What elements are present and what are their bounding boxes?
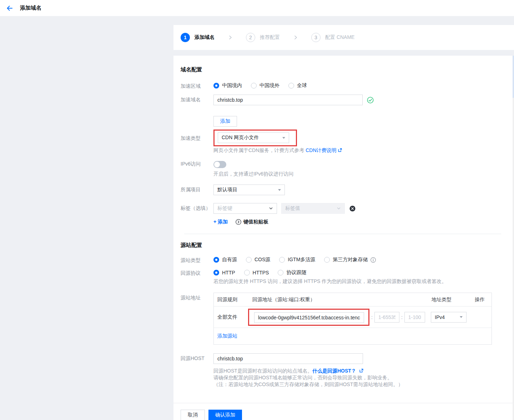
footer-divider [173, 403, 514, 403]
accel-type-label: 加速类型 [181, 130, 213, 142]
what-is-origin-host-link[interactable]: 什么是回源HOST？ [312, 368, 356, 374]
radio-third-party-storage[interactable]: 第三方对象存储 [324, 257, 368, 263]
radio-outside-china[interactable]: 中国境外 [251, 82, 279, 89]
section-title-domain-config: 域名配置 [181, 66, 505, 73]
accel-type-select[interactable]: CDN 网页小文件 [218, 132, 289, 143]
tag-actions: + 添加 键值粘贴板 [213, 219, 505, 225]
radio-icon [213, 83, 219, 88]
external-link-icon [338, 148, 342, 152]
section-divider [184, 234, 501, 234]
origin-host-label: 回源HOST [181, 353, 213, 362]
toggle-knob-icon [214, 162, 220, 167]
confirm-add-button[interactable]: 确认添加 [208, 410, 242, 420]
highlight-box-accel-type: CDN 网页小文件 [213, 130, 297, 146]
step-add-domain: 1 添加域名 [181, 33, 215, 42]
add-domain-button[interactable]: 添加 [213, 116, 237, 127]
origin-host-help-3: （注：若源站地址为COS或第三方存储对象存储，则回源HOST需与源站地址相同。） [213, 381, 505, 388]
colon-separator: : [401, 314, 403, 320]
radio-https[interactable]: HTTPS [244, 270, 269, 275]
step-number: 3 [311, 33, 321, 42]
radio-icon [246, 257, 252, 263]
column-header-action: 操作 [467, 297, 492, 303]
accel-domain-label: 加速域名 [181, 95, 213, 103]
column-header-addr-type: 地址类型 [424, 297, 467, 303]
column-header-address: 回源地址（源站:端口:权重） [248, 297, 424, 303]
add-origin-link[interactable]: 添加源站 [217, 333, 237, 339]
external-link-icon [359, 368, 364, 373]
accel-domain-input[interactable] [213, 95, 363, 105]
accel-region-radio-group: 中国境内 中国境外 全球 [213, 82, 316, 89]
chevron-down-icon [337, 206, 341, 211]
step-label: 推荐配置 [260, 34, 280, 41]
ipv6-help: 开启后，支持通过IPv6协议进行访问 [213, 171, 505, 177]
origin-host-help-2: 请确保您配置的回源HOST域名能够正常访问，否则会导致回源失败，影响业务。 [213, 374, 505, 381]
info-icon[interactable] [371, 257, 376, 263]
step-recommended-config: 2 推荐配置 [246, 33, 280, 42]
radio-cos-origin[interactable]: COS源 [246, 257, 270, 263]
cancel-button[interactable]: 取消 [181, 410, 205, 420]
step-number: 1 [181, 33, 190, 42]
port-input[interactable] [374, 312, 399, 323]
tag-value-select[interactable]: 标签值 [281, 203, 345, 214]
table-header-row: 回源规则 回源地址（源站:端口:权重） 地址类型 操作 [214, 293, 492, 307]
tag-key-select[interactable]: 标签键 [213, 203, 277, 214]
radio-icon [244, 270, 250, 275]
accel-region-label: 加速区域 [181, 82, 213, 90]
radio-icon [213, 257, 219, 263]
weight-input[interactable] [404, 312, 425, 323]
stepper: 1 添加域名 2 推荐配置 3 配置 CNAME [173, 25, 514, 50]
radio-self-origin[interactable]: 自有源 [213, 257, 237, 263]
chevron-down-icon [269, 206, 273, 211]
addr-type-select[interactable]: IPv4 [431, 312, 467, 323]
radio-icon [288, 83, 294, 88]
caret-down-icon [282, 137, 285, 139]
radio-igtm-origin[interactable]: IGTM多活源 [279, 257, 315, 263]
step-label: 添加域名 [195, 34, 215, 41]
origin-host-input[interactable] [213, 353, 363, 364]
add-domain-form: 域名配置 加速区域 中国境内 中国境外 全球 加速域名 [173, 56, 514, 420]
caret-down-icon [278, 189, 281, 191]
cdn-billing-link[interactable]: CDN计费说明 [306, 147, 336, 153]
radio-icon [279, 257, 285, 263]
step-label: 配置 CNAME [325, 34, 354, 41]
radio-icon [278, 270, 283, 275]
caret-down-icon [460, 316, 463, 318]
project-select[interactable]: 默认项目 [213, 184, 285, 195]
radio-global[interactable]: 全球 [288, 82, 307, 89]
section-title-origin-config: 源站配置 [181, 242, 505, 249]
scrollbar-track[interactable] [513, 56, 514, 420]
chevron-right-icon [293, 35, 298, 40]
remove-tag-button[interactable] [349, 206, 356, 212]
step-number: 2 [246, 33, 255, 42]
radio-http[interactable]: HTTP [213, 270, 235, 275]
colon-separator: : [371, 314, 373, 320]
origin-address-input[interactable] [254, 312, 364, 323]
chevron-right-circle-icon [236, 219, 241, 225]
origin-protocol-label: 回源协议 [181, 269, 213, 277]
success-check-icon [367, 97, 374, 103]
radio-china-mainland[interactable]: 中国境内 [213, 82, 242, 89]
rule-cell: 全部文件 [214, 314, 248, 320]
origin-protocol-help: 若您的源站支持 HTTPS 访问，建议选择 HTTPS 作为您的回源协议，避免您… [213, 278, 505, 285]
column-header-rule: 回源规则 [214, 297, 248, 303]
radio-icon [324, 257, 330, 263]
highlight-box-origin-address [248, 309, 369, 326]
radio-protocol-follow[interactable]: 协议跟随 [278, 269, 306, 276]
origin-protocol-radio-group: HTTP HTTPS 协议跟随 [213, 269, 315, 276]
add-tag-link[interactable]: + 添加 [213, 219, 228, 225]
ipv6-toggle[interactable] [213, 161, 226, 168]
scrollbar-thumb[interactable] [513, 56, 514, 98]
radio-icon [213, 270, 219, 275]
radio-icon [251, 83, 257, 88]
arrow-left-icon [6, 5, 13, 12]
origin-type-label: 源站类型 [181, 257, 213, 264]
project-label: 所属项目 [181, 184, 213, 193]
accel-type-help: 网页小文件属于CDN服务，计费方式参考 CDN计费说明 [213, 147, 505, 154]
ipv6-label: IPv6访问 [181, 161, 213, 167]
step-configure-cname: 3 配置 CNAME [311, 33, 354, 42]
tag-label: 标签（选填） [181, 203, 213, 212]
back-button[interactable] [5, 4, 14, 13]
paste-board-link[interactable]: 键值粘贴板 [236, 219, 268, 225]
chevron-right-icon [228, 35, 233, 40]
origin-type-radio-group: 自有源 COS源 IGTM多活源 第三方对象存储 [213, 257, 376, 263]
